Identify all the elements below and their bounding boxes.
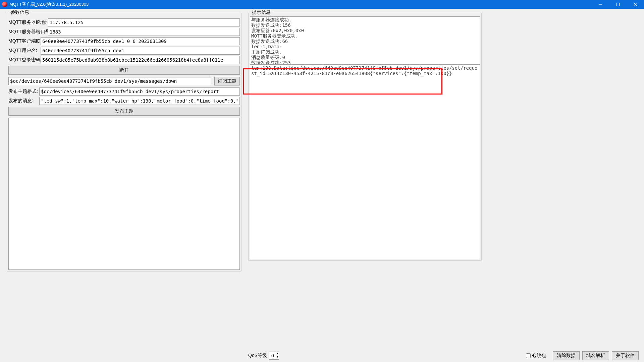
password-label: MQTT登录密码: [8,57,41,63]
maximize-button[interactable] [609,0,627,9]
titlebar: MQTT客户端_v2.6(协议3.1.1)_20230303 [0,0,644,9]
about-button[interactable]: 关于软件 [612,351,639,360]
subscribe-topic-input[interactable] [8,77,211,85]
bottom-bar: QoS等级 ▲ ▼ 心跳包 清除数据 域名解析 关于软件 [248,351,639,360]
qos-label: QoS等级 [248,353,267,359]
log-groupbox: 提示信息 与服务器连接成功. 数据发送成功:156 发布应答:0x2,0x0,0… [248,13,482,261]
close-button[interactable] [627,0,644,9]
server-port-label: MQTT服务器端口号: [8,29,48,35]
server-ip-label: MQTT服务器IP地址: [8,19,48,25]
qos-value[interactable] [269,353,276,359]
heartbeat-checkbox-wrap[interactable]: 心跳包 [525,352,546,359]
dns-resolve-button[interactable]: 域名解析 [582,351,609,360]
subscribe-button[interactable]: 订阅主题 [214,77,240,85]
params-caption: 参数信息 [9,9,31,15]
client-id-label: MQTT客户端ID: [8,38,41,44]
publish-message-label: 发布的消息: [8,98,39,104]
app-icon [2,2,7,7]
clear-data-button[interactable]: 清除数据 [553,351,580,360]
publish-topic-label: 发布主题格式: [8,88,39,95]
password-input[interactable] [41,56,240,64]
qos-up-icon[interactable]: ▲ [276,352,279,356]
output-textarea[interactable] [8,118,240,270]
log-bottom-textarea[interactable]: len:138,Data:l$oc/devices/640ee9ee407737… [250,65,480,259]
publish-message-input[interactable] [39,97,240,105]
disconnect-button[interactable]: 断开 [8,66,240,75]
server-port-input[interactable] [48,28,240,36]
heartbeat-checkbox[interactable] [526,353,531,358]
log-caption: 提示信息 [251,9,272,15]
username-label: MQTT用户名: [8,48,41,54]
publish-button[interactable]: 发布主题 [8,107,240,116]
svg-rect-1 [616,3,620,6]
publish-topic-input[interactable] [39,87,240,96]
minimize-button[interactable] [592,0,609,9]
username-input[interactable] [41,47,240,55]
qos-down-icon[interactable]: ▼ [276,356,279,359]
client-id-input[interactable] [41,37,240,45]
log-top-textarea[interactable]: 与服务器连接成功. 数据发送成功:156 发布应答:0x2,0x0,0x0 MQ… [250,16,480,65]
qos-spinner[interactable]: ▲ ▼ [269,352,279,360]
params-groupbox: 参数信息 MQTT服务器IP地址: MQTT服务器端口号: MQTT客户端ID:… [7,13,241,272]
server-ip-input[interactable] [48,18,240,26]
window-title: MQTT客户端_v2.6(协议3.1.1)_20230303 [9,1,592,7]
heartbeat-label: 心跳包 [532,353,546,359]
